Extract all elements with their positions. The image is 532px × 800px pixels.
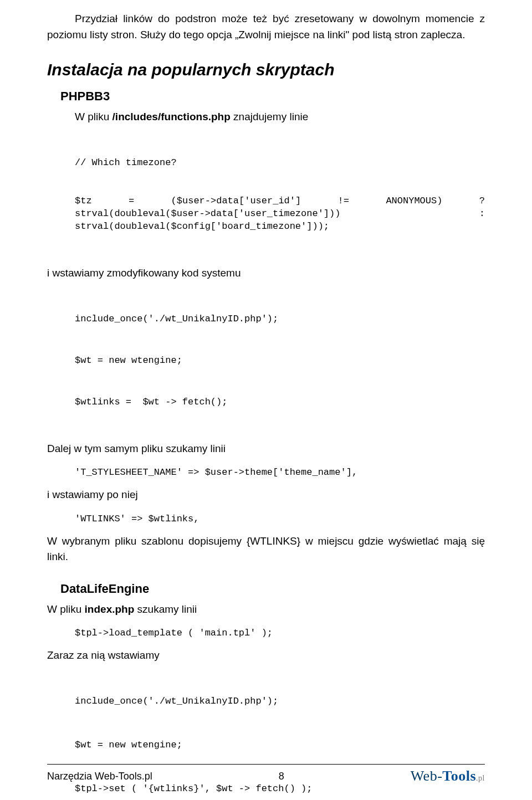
brand-web: Web-: [411, 768, 443, 784]
phpbb-file-intro: W pliku /includes/functions.php znajduje…: [75, 109, 485, 125]
code-line: $wtlinks = $wt -> fetch();: [75, 396, 485, 409]
footer-divider: [47, 764, 485, 765]
phpbb-after-code4: W wybranym pliku szablonu dopisujemy {WT…: [47, 534, 485, 565]
footer-brand: Web-Tools.pl: [411, 768, 485, 784]
heading-install: Instalacja na popularnych skryptach: [47, 60, 485, 79]
dle-code-1: $tpl->load_template ( 'main.tpl' );: [75, 627, 485, 640]
phpbb-code-4: 'WTLINKS' => $wtlinks,: [75, 513, 485, 526]
phpbb-code-3: 'T_STYLESHEET_NAME' => $user->theme['the…: [75, 466, 485, 479]
code-line: include_once('./wt_UnikalnyID.php');: [75, 695, 485, 708]
code-line: // Which timezone?: [75, 157, 485, 170]
dle-after-code1: Zaraz za nią wstawiamy: [47, 648, 485, 664]
dle-file-name: index.php: [85, 603, 135, 615]
phpbb-file-suffix: znajdujemy linie: [231, 111, 308, 122]
phpbb-file-prefix: W pliku: [75, 111, 112, 122]
dle-file-prefix: W pliku: [47, 603, 85, 615]
phpbb-file-name: /includes/functions.php: [112, 111, 231, 122]
footer-page-number: 8: [279, 771, 284, 782]
code-line: $wt = new wtengine;: [75, 739, 485, 752]
dle-file-suffix: szukamy linii: [134, 603, 197, 615]
brand-tld: .pl: [476, 774, 485, 782]
page-footer: Narzędzia Web-Tools.pl 8 Web-Tools.pl: [0, 764, 532, 784]
dle-file-intro: W pliku index.php szukamy linii: [47, 602, 485, 618]
footer-left-text: Narzędzia Web-Tools.pl: [47, 771, 152, 782]
heading-phpbb3: PHPBB3: [60, 89, 485, 104]
brand-tools: Tools: [442, 768, 476, 784]
phpbb-code-2: include_once('./wt_UnikalnyID.php'); $wt…: [75, 288, 485, 434]
phpbb-after-code2: Dalej w tym samym pliku szukamy linii: [47, 441, 485, 457]
code-line: include_once('./wt_UnikalnyID.php');: [75, 313, 485, 326]
code-line: $tpl->set ( '{wtlinks}', $wt -> fetch() …: [75, 783, 485, 796]
code-line: $tz = ($user->data['user_id'] != ANONYMO…: [75, 195, 485, 233]
heading-dle: DataLifeEngine: [60, 582, 485, 596]
intro-paragraph: Przydział linków do podstron może też by…: [47, 11, 485, 43]
phpbb-after-code1: i wstawiamy zmodyfikowany kod systemu: [47, 265, 485, 281]
phpbb-after-code3: i wstawiamy po niej: [47, 487, 485, 503]
code-line: $wt = new wtengine;: [75, 355, 485, 367]
phpbb-code-1: // Which timezone? $tz = ($user->data['u…: [75, 132, 485, 259]
